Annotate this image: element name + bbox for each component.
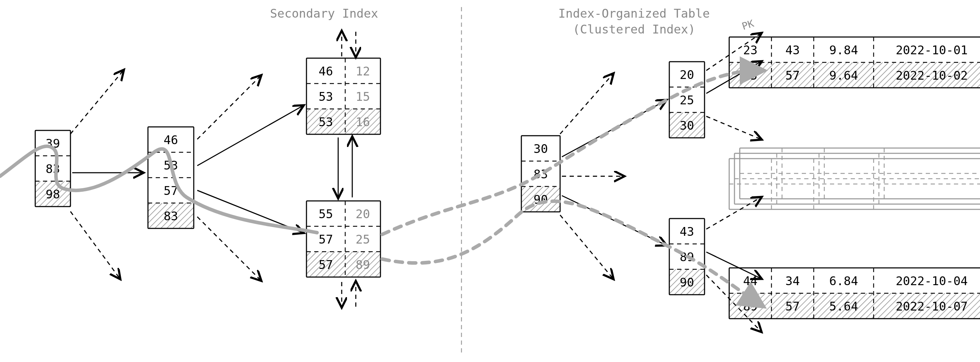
cell: 57 bbox=[319, 258, 333, 272]
arrow bbox=[706, 116, 761, 139]
arrow bbox=[560, 215, 613, 279]
cell: 12 bbox=[356, 64, 370, 78]
arrow bbox=[706, 198, 761, 229]
arrow bbox=[197, 217, 261, 280]
cell: 34 bbox=[786, 274, 800, 288]
secondary-leaf-top: 461253155316 bbox=[307, 58, 380, 134]
diagram: Secondary Index Index-Organized Table (C… bbox=[0, 0, 980, 362]
title-clustered-1: Index-Organized Table bbox=[558, 6, 710, 21]
secondary-root: 398398 bbox=[35, 131, 70, 207]
cell: 43 bbox=[786, 43, 800, 57]
arrow bbox=[197, 106, 303, 166]
cell: 2022-10-02 bbox=[896, 69, 968, 83]
cell: 57 bbox=[786, 299, 800, 313]
clustered-leaf-top: 202530 bbox=[669, 62, 705, 138]
cell: 6.84 bbox=[829, 274, 858, 288]
data-row-top: 23439.842022-10-0125579.642022-10-02 bbox=[729, 37, 980, 88]
cell: 30 bbox=[534, 142, 548, 156]
arrow bbox=[197, 76, 261, 139]
cell: 23 bbox=[743, 43, 758, 57]
arrow bbox=[70, 70, 123, 134]
cell: 46 bbox=[164, 133, 178, 147]
cell: 57 bbox=[786, 69, 800, 83]
cell: 2022-10-01 bbox=[896, 43, 968, 57]
cell: 16 bbox=[356, 115, 370, 129]
cell: 43 bbox=[680, 225, 694, 239]
cell: 30 bbox=[680, 118, 694, 132]
cell: 9.84 bbox=[829, 43, 858, 57]
cell: 53 bbox=[319, 89, 333, 104]
arrow bbox=[560, 74, 613, 134]
cell: 25 bbox=[680, 93, 694, 107]
pk-label: PK bbox=[740, 18, 755, 32]
cell: 20 bbox=[356, 207, 370, 221]
cell: 55 bbox=[319, 207, 333, 221]
secondary-internal: 46535783 bbox=[148, 127, 194, 228]
data-row-stack bbox=[729, 148, 980, 209]
secondary-leaf-bottom: 552057255789 bbox=[307, 201, 380, 277]
cell: 46 bbox=[319, 64, 333, 78]
cell: 15 bbox=[356, 89, 370, 104]
cell: 90 bbox=[680, 275, 694, 289]
cell: 98 bbox=[46, 187, 60, 201]
cell: 57 bbox=[319, 232, 333, 246]
cell: 20 bbox=[680, 68, 694, 82]
cell: 2022-10-04 bbox=[896, 274, 968, 288]
title-secondary: Secondary Index bbox=[270, 6, 378, 21]
arrow bbox=[70, 212, 120, 279]
cell: 5.64 bbox=[829, 299, 858, 313]
title-clustered-2: (Clustered Index) bbox=[573, 22, 695, 36]
data-row-bottom: 44346.842022-10-0489575.642022-10-07 bbox=[729, 268, 980, 319]
cell: 83 bbox=[164, 209, 178, 223]
cell: 25 bbox=[356, 232, 370, 246]
cell: 53 bbox=[319, 115, 333, 129]
cell: 89 bbox=[356, 258, 370, 272]
cell: 9.64 bbox=[829, 69, 858, 83]
cell: 2022-10-07 bbox=[896, 299, 968, 313]
